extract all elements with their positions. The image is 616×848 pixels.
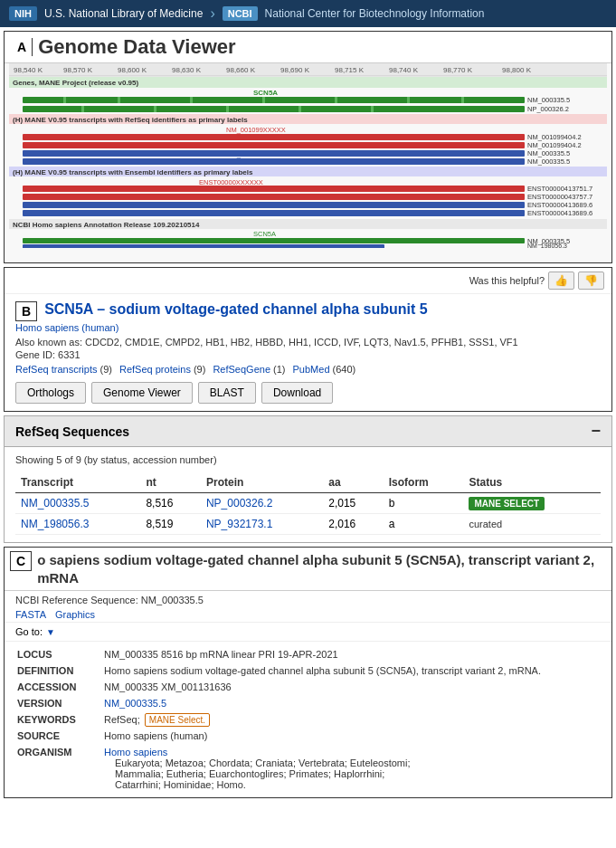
- refseq-proteins-count: (9): [194, 364, 205, 375]
- locus-val: NM_000335 8516 bp mRNA linear PRI 19-APR…: [100, 647, 599, 662]
- section-c-header: C o sapiens sodium voltage-gated channel…: [5, 548, 611, 591]
- col-aa: aa: [323, 472, 384, 493]
- gdv-header: A Genome Data Viewer: [5, 32, 611, 63]
- goto-arrow-icon[interactable]: ▼: [46, 627, 55, 637]
- svg-text:NM_001099404.2: NM_001099404.2: [527, 141, 582, 149]
- fasta-links: FASTA Graphics: [5, 607, 611, 622]
- pubmed-count: (640): [333, 364, 356, 375]
- svg-text:NM_000335.5: NM_000335.5: [527, 149, 570, 157]
- genome-viewer-area[interactable]: 98,540 K 98,570 K 98,600 K 98,630 K 98,6…: [5, 63, 611, 262]
- svg-text:98,540 K: 98,540 K: [14, 66, 43, 74]
- svg-rect-20: [335, 97, 337, 103]
- accession-val: NM_000335 XM_001131636: [100, 680, 599, 694]
- goto-bar: Go to: ▼: [5, 622, 611, 642]
- version-link[interactable]: NM_000335.5: [104, 698, 166, 709]
- locus-row: LOCUS NM_000335 8516 bp mRNA linear PRI …: [17, 647, 599, 662]
- refseq-body: Showing 5 of 9 (by status, accession num…: [5, 447, 611, 542]
- accession-row: ACCESSION NM_000335 XM_001131636: [17, 680, 599, 694]
- download-button[interactable]: Download: [261, 382, 333, 404]
- orthologs-button[interactable]: Orthologs: [15, 382, 86, 404]
- keywords-val: RefSeq; MANE Select.: [100, 712, 599, 727]
- genome-canvas: 98,540 K 98,570 K 98,600 K 98,630 K 98,6…: [5, 63, 611, 248]
- mane-keyword-badge: MANE Select.: [145, 713, 210, 727]
- transcript-link-2[interactable]: NM_198056.3: [21, 518, 89, 530]
- source-val: Homo sapiens (human): [100, 729, 599, 743]
- pubmed-link[interactable]: PubMed: [293, 364, 330, 375]
- fasta-link[interactable]: FASTA: [15, 609, 46, 620]
- gene-id: Gene ID: 6331: [15, 349, 601, 360]
- svg-text:98,600 K: 98,600 K: [118, 66, 147, 74]
- goto-label: Go to:: [15, 626, 43, 637]
- header-separator: ›: [210, 5, 214, 22]
- svg-text:NM_198056.3: NM_198056.3: [527, 243, 567, 248]
- gene-content: B SCN5A – sodium voltage-gated channel a…: [5, 294, 611, 411]
- organism-link[interactable]: Homo sapiens (human): [15, 322, 118, 333]
- thumbdown-button[interactable]: 👎: [578, 272, 604, 290]
- version-val: NM_000335.5: [100, 696, 599, 710]
- protein-link-2[interactable]: NP_932173.1: [206, 518, 272, 530]
- svg-rect-51: [23, 202, 525, 208]
- svg-text:98,660 K: 98,660 K: [226, 66, 256, 74]
- svg-text:SCN5A: SCN5A: [253, 230, 276, 238]
- svg-text:NCBI Homo sapiens Annotation R: NCBI Homo sapiens Annotation Release 109…: [13, 221, 200, 229]
- svg-rect-47: [23, 186, 525, 192]
- organism-taxonomy-2: Mammalia; Eutheria; Euarchontoglires; Pr…: [104, 768, 595, 779]
- organism-key: ORGANISM: [17, 745, 99, 792]
- gene-title-link[interactable]: SCN5A – sodium voltage-gated channel alp…: [44, 301, 427, 317]
- svg-text:ENST00000XXXXXX: ENST00000XXXXXX: [199, 178, 263, 186]
- svg-text:98,570 K: 98,570 K: [63, 66, 93, 74]
- protein-link-1[interactable]: NP_000326.2: [206, 497, 272, 510]
- svg-rect-19: [262, 97, 265, 103]
- organism-taxonomy-3: Catarrhini; Hominidae; Homo.: [104, 779, 595, 790]
- svg-text:NM_000335.5: NM_000335.5: [527, 96, 570, 104]
- thumbup-button[interactable]: 👍: [548, 272, 574, 290]
- organism-val: Homo sapiens Eukaryota; Metazoa; Chordat…: [100, 745, 599, 792]
- helpful-text: Was this helpful?: [469, 275, 545, 286]
- refseq-collapse-button[interactable]: −: [591, 422, 601, 441]
- graphics-link[interactable]: Graphics: [55, 609, 95, 620]
- definition-key: DEFINITION: [17, 663, 99, 678]
- section-a-label: A: [12, 38, 33, 56]
- version-key: VERSION: [17, 696, 99, 710]
- svg-text:98,715 K: 98,715 K: [335, 66, 365, 74]
- refseq-proteins-link[interactable]: RefSeq proteins: [119, 364, 191, 375]
- col-transcript: Transcript: [15, 472, 140, 493]
- svg-text:ENST00000413751.7: ENST00000413751.7: [527, 185, 592, 193]
- nt-1: 8,516: [140, 493, 201, 514]
- svg-rect-28: [299, 106, 301, 112]
- refseqgene-count: (1): [273, 364, 285, 375]
- ncbi-badge: NCBI: [223, 6, 258, 21]
- definition-row: DEFINITION Homo sapiens sodium voltage-g…: [17, 663, 599, 678]
- svg-text:98,740 K: 98,740 K: [389, 66, 419, 74]
- blast-button[interactable]: BLAST: [198, 382, 256, 404]
- refseq-transcripts-link[interactable]: RefSeq transcripts: [15, 364, 97, 375]
- mane-select-badge: MANE SELECT: [469, 497, 545, 510]
- organism-link[interactable]: Homo sapiens: [104, 747, 167, 757]
- col-status: Status: [463, 472, 601, 493]
- svg-rect-24: [23, 106, 525, 112]
- genome-viewer-button[interactable]: Genome Viewer: [91, 382, 193, 404]
- nlm-text: U.S. National Library of Medicine: [44, 7, 203, 20]
- svg-rect-34: [23, 134, 525, 140]
- svg-text:98,690 K: 98,690 K: [280, 66, 310, 74]
- refseq-header: RefSeq Sequences −: [5, 416, 611, 447]
- keywords-key: KEYWORDS: [17, 712, 99, 727]
- locus-table: LOCUS NM_000335 8516 bp mRNA linear PRI …: [5, 642, 611, 797]
- locus-key: LOCUS: [17, 647, 99, 662]
- section-c: C o sapiens sodium voltage-gated channel…: [4, 547, 612, 798]
- accession-key: ACCESSION: [17, 680, 99, 694]
- nih-logo: NIH: [9, 6, 37, 21]
- section-a: A Genome Data Viewer 98,540 K 98,570 K 9…: [4, 31, 612, 263]
- svg-text:Genes, MANE Project (release v: Genes, MANE Project (release v0.95): [13, 79, 139, 87]
- svg-rect-60: [23, 244, 384, 248]
- transcript-link-1[interactable]: NM_000335.5: [21, 497, 89, 510]
- refseq-showing: Showing 5 of 9 (by status, accession num…: [15, 454, 601, 465]
- svg-rect-49: [23, 194, 525, 200]
- refseqgene-link[interactable]: RefSeqGene: [213, 364, 270, 375]
- version-row: VERSION NM_000335.5: [17, 696, 599, 710]
- svg-text:NM_001099XXXXX: NM_001099XXXXX: [226, 126, 286, 134]
- svg-text:98,800 K: 98,800 K: [502, 66, 532, 74]
- refseq-table: Transcript nt Protein aa Isoform Status …: [15, 472, 601, 535]
- svg-rect-21: [407, 97, 410, 103]
- table-row: NM_198056.3 8,519 NP_932173.1 2,016 a cu…: [15, 514, 601, 535]
